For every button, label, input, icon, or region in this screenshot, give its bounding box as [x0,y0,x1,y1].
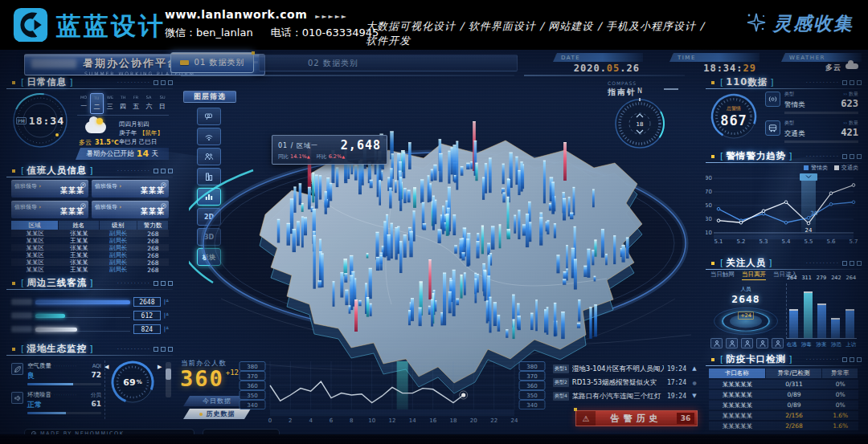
expand-icon[interactable] [168,347,173,352]
window-icon[interactable] [161,281,166,286]
weekday-cn: 六 [142,102,155,111]
svg-text:370: 370 [526,373,537,380]
window-icon[interactable] [161,80,166,85]
alert-total-gauge: 总警情 867 [709,92,759,141]
minimize-icon[interactable] [154,80,158,85]
expand-icon[interactable] [168,169,173,173]
alert-type-row: 类型›› 数量交通类421 [765,120,858,143]
focus-category-icon-1[interactable] [710,338,723,348]
checkpoint-name: 某某某某某 [709,422,766,430]
flow-bars: 2648|ᐞ612|ᐞ824|ᐞ [11,296,169,337]
duty-leader-card[interactable]: 值班领导✕某某某 [92,180,169,198]
duty-table-row[interactable]: 某某区王某某副局长268 [11,266,169,273]
duty-table-row[interactable]: 某某区张某某副局长268 [11,244,169,251]
censored-line-label [11,326,32,332]
duty-table-row[interactable]: 某某区张某某副局长268 [11,230,169,237]
expand-icon[interactable] [857,80,862,85]
window-icon[interactable] [850,357,854,362]
checkpoint-row[interactable]: 某某某某某0/890% [709,401,858,409]
panel-header: [ 湿地生态监控] ·········· [6,343,173,355]
summer-notice-bar: 暑期办公已开始14天 [76,148,169,160]
focus-bar[interactable] [845,309,854,338]
focus-category-icons [710,338,784,348]
row-labels: 类型›› 数量 [784,120,858,127]
expand-icon[interactable] [857,357,862,362]
duty-table-row[interactable]: 某某区王某某副局长268 [11,237,169,244]
weekday-su[interactable]: SU日 [156,93,169,114]
focus-category-icon-2[interactable] [726,338,738,348]
focus-category-icon-4[interactable] [756,338,768,348]
minimize-icon[interactable] [842,154,847,159]
duty-table-row[interactable]: 某某区张某某副局长268 [11,259,169,266]
weekday-we[interactable]: WE三 [104,93,117,114]
minimize-icon[interactable] [154,281,158,286]
focus-bar[interactable] [817,303,826,338]
air-quality-metric: 空气质量··········AQI 良72 [11,362,101,385]
alert-history-button[interactable]: ⚠ 告警历史 36 [575,410,698,426]
minimize-icon[interactable] [154,169,158,173]
duty-leader-card[interactable]: 值班领导✕某某某 [11,201,88,218]
focus-category-icon-3[interactable] [741,338,753,348]
website-link[interactable]: www.lanlanwork.com [165,8,307,21]
window-icon[interactable] [161,169,166,173]
gauge-right-arrow[interactable]: ▶ [158,364,162,370]
expand-icon[interactable] [168,281,173,286]
svg-text:50: 50 [706,202,712,209]
window-icon[interactable] [161,347,166,352]
weekday-sa[interactable]: SA六 [142,93,155,114]
svg-text:12: 12 [389,418,396,424]
weekday-th[interactable]: TH四 [117,93,129,114]
tab-data-category-1[interactable]: 01 数据类别 [170,52,254,73]
svg-text:5.2: 5.2 [736,238,745,245]
window-icon[interactable] [850,261,854,266]
weekday-mo[interactable]: MO一 [77,93,90,114]
focus-bar-chart: 264311279242264 在逃涉毒涉案涉恐上访 [784,275,858,348]
checkpoint-row[interactable]: 某某某某某2/1561.6% [709,411,858,420]
minimize-icon[interactable] [842,80,847,85]
expand-icon[interactable] [168,80,173,85]
noise-metric: 环境噪音··········分贝 正常61 [11,391,101,414]
gauge-slider[interactable] [166,362,171,397]
expand-icon[interactable] [857,261,862,266]
duty-leader-card[interactable]: 值班领导✕某某某 [11,180,88,198]
svg-text:24: 24 [511,418,518,424]
duty-leader-card[interactable]: 值班领导✕某某某 [92,201,169,218]
alert-item[interactable]: 类型2RD13-53烟感报警疑似火灾17:24 [553,377,686,388]
focus-bar[interactable] [804,291,813,338]
weekday-cn: 二 [91,103,102,112]
scroll-down-icon[interactable]: ▼ [690,391,699,401]
column-header[interactable]: 区域 [11,221,58,230]
focus-bar[interactable] [789,309,798,338]
inspiration-collect[interactable]: 灵感收集 [746,11,854,36]
weather-cloud-icon [85,121,106,133]
weekday-tu[interactable]: TU二 [90,93,103,114]
tab-data-category-2[interactable]: 02 数据类别 [259,55,518,71]
minimize-icon[interactable] [154,347,158,352]
column-header[interactable]: 警力数 [137,221,168,230]
cell: 268 [137,267,169,274]
minimize-icon[interactable] [842,357,847,362]
column-header[interactable]: 姓名 [59,221,99,230]
scroll-up-icon[interactable]: ▲ [690,364,699,374]
column-header[interactable]: 级别 [100,221,137,230]
expand-icon[interactable] [857,154,862,159]
corner-accent [711,262,714,265]
alert-item[interactable]: 类型4某路口有小汽车连闯三个红灯19:24 [553,391,686,401]
cell: 268 [137,252,169,259]
duty-table-row[interactable]: 某某区王某某副局长268 [11,251,169,259]
checkpoint-row[interactable]: 某某某某某0/890% [709,390,858,399]
minimize-icon[interactable] [842,261,847,266]
checkpoint-row[interactable]: 某某某某某0/3110% [709,380,858,389]
warning-icon: ⚠ [576,411,596,426]
window-icon[interactable] [850,154,854,159]
alert-item[interactable]: 类型1湿地3-104片区有不明人员闯入19:24 [553,364,686,374]
svg-text:2: 2 [289,418,292,424]
window-icon[interactable] [850,80,854,85]
corner-accent [12,282,15,285]
gauge-left-arrow[interactable]: ◀ [104,364,108,370]
cell: 某某区 [11,266,59,274]
focus-bar[interactable] [831,318,840,338]
checkpoint-row[interactable]: 某某某某某2/2681.6% [709,422,858,430]
focus-category-icon-5[interactable] [772,338,784,348]
weekday-fr[interactable]: FR五 [129,93,142,114]
